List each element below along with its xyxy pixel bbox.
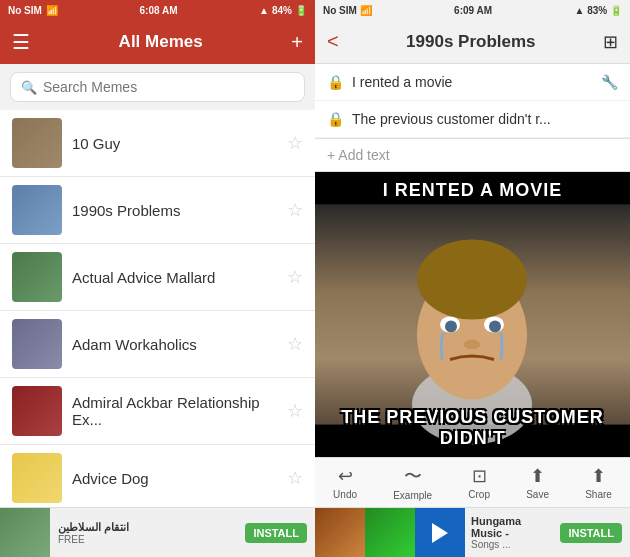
wifi-icon-right: 📶 [360, 5, 372, 16]
hamburger-icon[interactable]: ☰ [12, 30, 30, 54]
text-layer-1[interactable]: 🔒 I rented a movie 🔧 [315, 64, 630, 101]
battery-left: 84% [272, 5, 292, 16]
svg-point-5 [417, 240, 527, 320]
example-icon: 〜 [404, 464, 422, 488]
favorite-icon-mallard[interactable]: ☆ [287, 266, 303, 288]
save-label: Save [526, 489, 549, 500]
signal-icon-left: ▲ [259, 5, 269, 16]
time-left: 6:08 AM [139, 5, 177, 16]
meme-canvas: I RENTED A MOVIE THE PREVIOUS CUSTOMER D… [315, 172, 630, 457]
meme-list: 10 Guy ☆ 1990s Problems ☆ Actual Advice … [0, 110, 315, 507]
meme-name-10guy: 10 Guy [72, 135, 277, 152]
example-button[interactable]: 〜 Example [393, 464, 432, 501]
left-top-bar: ☰ All Memes + [0, 20, 315, 64]
left-panel: No SIM 📶 6:08 AM ▲ 84% 🔋 ☰ All Memes + 🔍… [0, 0, 315, 557]
meme-item-ackbar[interactable]: Admiral Ackbar Relationship Ex... ☆ [0, 378, 315, 445]
svg-point-10 [464, 340, 480, 350]
ad-title-left: انتقام السلاطين [58, 521, 237, 534]
crop-button[interactable]: ⊡ Crop [468, 465, 490, 500]
meme-item-10guy[interactable]: 10 Guy ☆ [0, 110, 315, 177]
search-icon: 🔍 [21, 80, 37, 95]
undo-label: Undo [333, 489, 357, 500]
ad-free-label: FREE [58, 534, 237, 545]
ad-right-sub: Songs ... [471, 539, 554, 550]
share-label: Share [585, 489, 612, 500]
share-button[interactable]: ⬆ Share [585, 465, 612, 500]
right-title: 1990s Problems [406, 32, 535, 52]
svg-point-9 [489, 321, 501, 333]
meme-name-dog: Advice Dog [72, 470, 277, 487]
meme-thumb-workaholics [12, 319, 62, 369]
right-top-bar: < 1990s Problems ⊞ [315, 20, 630, 64]
ad-banner-right: Hungama Music - Songs ... INSTALL [315, 507, 630, 557]
undo-button[interactable]: ↩ Undo [333, 465, 357, 500]
signal-icon-right: ▲ [575, 5, 585, 16]
carrier-left: No SIM [8, 5, 42, 16]
example-label: Example [393, 490, 432, 501]
meme-name-mallard: Actual Advice Mallard [72, 269, 277, 286]
ad-text-left: انتقام السلاطين FREE [50, 517, 245, 549]
carrier-right-group: No SIM 📶 [323, 5, 372, 16]
crop-label: Crop [468, 489, 490, 500]
ad-right-info: Hungama Music - Songs ... [465, 511, 560, 554]
save-icon: ⬆ [530, 465, 545, 487]
battery-icon-left: 🔋 [295, 5, 307, 16]
left-title: All Memes [119, 32, 203, 52]
battery-group-right: ▲ 83% 🔋 [575, 5, 622, 16]
meme-item-workaholics[interactable]: Adam Workaholics ☆ [0, 311, 315, 378]
meme-item-dog[interactable]: Advice Dog ☆ [0, 445, 315, 507]
right-panel: No SIM 📶 6:09 AM ▲ 83% 🔋 < 1990s Problem… [315, 0, 630, 557]
meme-name-workaholics: Adam Workaholics [72, 336, 277, 353]
meme-thumb-mallard [12, 252, 62, 302]
meme-top-text: I RENTED A MOVIE [315, 180, 630, 201]
favorite-icon-workaholics[interactable]: ☆ [287, 333, 303, 355]
install-btn-right[interactable]: INSTALL [560, 523, 622, 543]
meme-item-1990s[interactable]: 1990s Problems ☆ [0, 177, 315, 244]
favorite-icon-1990s[interactable]: ☆ [287, 199, 303, 221]
time-right: 6:09 AM [454, 5, 492, 16]
ad-right-thumbs [315, 508, 465, 558]
meme-name-ackbar: Admiral Ackbar Relationship Ex... [72, 394, 277, 428]
meme-thumb-dog [12, 453, 62, 503]
meme-item-mallard[interactable]: Actual Advice Mallard ☆ [0, 244, 315, 311]
share-icon: ⬆ [591, 465, 606, 487]
layer-text-1: I rented a movie [352, 74, 593, 90]
crop-icon: ⊡ [472, 465, 487, 487]
meme-bottom-text: THE PREVIOUS CUSTOMER DIDN'T [315, 407, 630, 449]
layer-text-2: The previous customer didn't r... [352, 111, 618, 127]
svg-point-8 [445, 321, 457, 333]
meme-thumb-1990s [12, 185, 62, 235]
right-status-bar: No SIM 📶 6:09 AM ▲ 83% 🔋 [315, 0, 630, 20]
right-status-left: ▲ 84% 🔋 [259, 5, 307, 16]
lock-icon-2: 🔒 [327, 111, 344, 127]
ad-banner-left: انتقام السلاطين FREE INSTALL [0, 507, 315, 557]
meme-thumb-ackbar [12, 386, 62, 436]
text-layer-2[interactable]: 🔒 The previous customer didn't r... [315, 101, 630, 138]
wrench-icon-1[interactable]: 🔧 [601, 74, 618, 90]
wifi-icon-left: 📶 [46, 5, 58, 16]
install-btn-left[interactable]: INSTALL [245, 523, 307, 543]
battery-right: 83% [587, 5, 607, 16]
text-layers: 🔒 I rented a movie 🔧 🔒 The previous cust… [315, 64, 630, 139]
left-status-carrier: No SIM 📶 [8, 5, 58, 16]
favorite-icon-ackbar[interactable]: ☆ [287, 400, 303, 422]
lock-icon-1: 🔒 [327, 74, 344, 90]
search-input[interactable] [43, 79, 294, 95]
carrier-right: No SIM [323, 5, 357, 16]
add-text-row[interactable]: + Add text [315, 139, 630, 172]
favorite-icon-dog[interactable]: ☆ [287, 467, 303, 489]
add-meme-icon[interactable]: + [291, 31, 303, 54]
back-button[interactable]: < [327, 30, 339, 53]
favorite-icon-10guy[interactable]: ☆ [287, 132, 303, 154]
toolbar: ↩ Undo 〜 Example ⊡ Crop ⬆ Save ⬆ Share [315, 457, 630, 507]
undo-icon: ↩ [338, 465, 353, 487]
save-button[interactable]: ⬆ Save [526, 465, 549, 500]
add-text-label: + Add text [327, 147, 390, 163]
search-bar[interactable]: 🔍 [10, 72, 305, 102]
left-status-bar: No SIM 📶 6:08 AM ▲ 84% 🔋 [0, 0, 315, 20]
meme-name-1990s: 1990s Problems [72, 202, 277, 219]
ad-thumb-2 [365, 508, 415, 558]
settings-icon[interactable]: ⊞ [603, 31, 618, 53]
meme-thumb-10guy [12, 118, 62, 168]
ad-thumb-left [0, 508, 50, 558]
